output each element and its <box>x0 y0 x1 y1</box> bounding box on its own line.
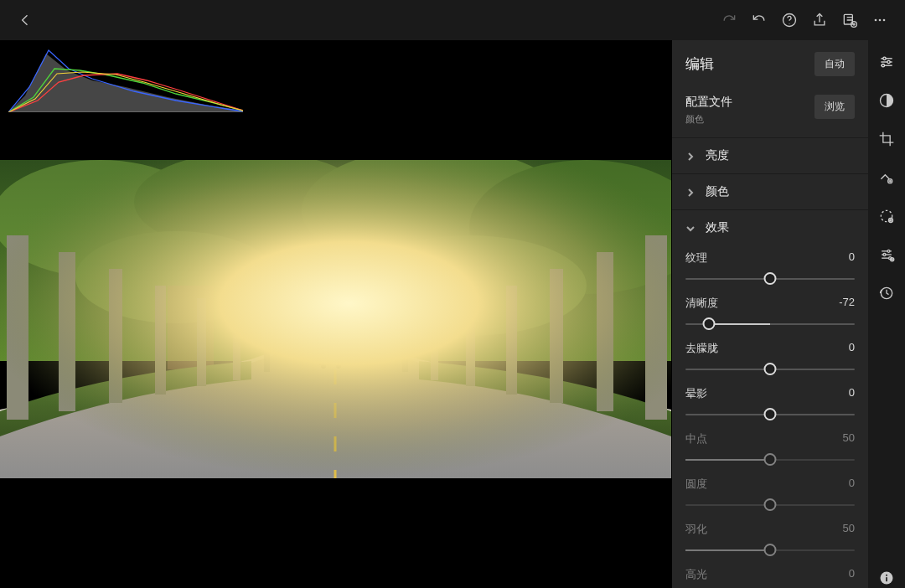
slider-clarity-track[interactable] <box>685 316 855 333</box>
add-to-icon <box>841 12 858 28</box>
slider-dehaze-label: 去朦胧 <box>685 341 718 356</box>
add-button[interactable] <box>835 5 865 35</box>
slider-clarity-label: 清晰度 <box>685 296 718 311</box>
panel-title: 编辑 <box>685 54 714 74</box>
back-button[interactable] <box>10 5 40 35</box>
slider-clarity-value: -72 <box>839 296 855 311</box>
undo-button[interactable] <box>744 5 774 35</box>
section-color-label: 颜色 <box>706 184 729 199</box>
redo-button[interactable] <box>714 5 744 35</box>
slider-midpoint-value: 50 <box>843 431 855 446</box>
healing-icon <box>878 169 895 186</box>
share-button[interactable] <box>804 5 835 35</box>
histogram <box>8 45 243 112</box>
slider-highlights: 高光0 <box>685 562 855 588</box>
chevron-right-icon <box>685 151 696 161</box>
chevron-left-icon <box>17 12 34 28</box>
section-effects-label: 效果 <box>706 220 729 235</box>
undo-icon <box>751 12 768 28</box>
slider-vignette: 晕影0 <box>685 381 855 426</box>
rail-adjust[interactable] <box>877 52 897 72</box>
slider-vignette-label: 晕影 <box>685 386 707 401</box>
slider-midpoint: 中点50 <box>685 426 855 472</box>
svg-point-49 <box>887 250 890 252</box>
effects-sliders: 纹理0 清晰度-72 去朦胧0 晕影0 中点50 圆度0 <box>672 245 868 588</box>
slider-vignette-track[interactable] <box>685 406 855 423</box>
slider-midpoint-label: 中点 <box>685 431 707 446</box>
rail-tonecurve[interactable] <box>877 90 897 111</box>
section-effects-header[interactable]: 效果 <box>672 210 868 245</box>
rail-versions[interactable] <box>877 283 897 303</box>
slider-dehaze-track[interactable] <box>685 361 855 378</box>
slider-roundness-track[interactable] <box>685 497 855 513</box>
rail-crop[interactable] <box>877 129 897 149</box>
presets-icon <box>878 246 895 263</box>
rail-masking[interactable] <box>877 206 897 226</box>
slider-highlights-value: 0 <box>849 567 855 582</box>
tonecurve-icon <box>878 92 895 109</box>
profile-label: 配置文件 <box>685 95 732 110</box>
rail-healing[interactable] <box>877 168 897 188</box>
slider-clarity: 清晰度-72 <box>685 291 855 336</box>
auto-button[interactable]: 自动 <box>814 52 855 76</box>
photo-preview[interactable] <box>0 160 671 478</box>
svg-rect-56 <box>886 577 887 581</box>
edit-panel: 编辑 自动 配置文件 颜色 浏览 亮度 颜色 效果 纹理0 <box>671 40 868 588</box>
slider-feather: 羽化50 <box>685 517 855 562</box>
section-effects: 效果 纹理0 清晰度-72 去朦胧0 晕影0 中点50 <box>672 209 868 588</box>
svg-point-1 <box>789 23 790 24</box>
slider-texture-value: 0 <box>849 250 855 266</box>
section-light: 亮度 <box>672 137 868 173</box>
masking-icon <box>878 208 895 224</box>
redo-icon <box>721 12 737 28</box>
slider-roundness-value: 0 <box>849 477 855 492</box>
versions-icon <box>878 285 895 302</box>
svg-point-41 <box>882 64 884 67</box>
slider-roundness-label: 圆度 <box>685 477 707 492</box>
crop-icon <box>878 131 895 147</box>
chevron-right-icon <box>685 187 696 197</box>
share-icon <box>811 12 828 28</box>
adjust-icon <box>878 54 895 70</box>
svg-point-39 <box>883 57 886 59</box>
svg-point-55 <box>886 575 887 576</box>
info-icon <box>878 570 895 586</box>
svg-point-6 <box>883 19 886 22</box>
slider-texture: 纹理0 <box>685 245 855 291</box>
profile-row: 配置文件 颜色 浏览 <box>672 88 868 137</box>
svg-rect-35 <box>0 160 671 478</box>
slider-feather-track[interactable] <box>685 542 855 559</box>
section-color: 颜色 <box>672 173 868 209</box>
browse-button[interactable]: 浏览 <box>814 95 855 119</box>
help-button[interactable] <box>774 5 804 35</box>
slider-roundness: 圆度0 <box>685 472 855 517</box>
section-color-header[interactable]: 颜色 <box>672 174 868 209</box>
svg-point-40 <box>887 60 890 63</box>
slider-dehaze: 去朦胧0 <box>685 336 855 381</box>
slider-texture-label: 纹理 <box>685 250 707 266</box>
slider-dehaze-value: 0 <box>849 341 855 356</box>
more-button[interactable] <box>865 5 895 35</box>
profile-sub: 颜色 <box>685 113 732 126</box>
tool-rail <box>868 40 905 588</box>
slider-feather-label: 羽化 <box>685 522 707 537</box>
slider-texture-track[interactable] <box>685 271 855 287</box>
section-light-label: 亮度 <box>706 148 729 163</box>
more-icon <box>871 12 888 28</box>
svg-point-50 <box>883 254 886 256</box>
svg-point-4 <box>875 19 877 22</box>
panel-header: 编辑 自动 <box>672 40 868 88</box>
chevron-down-icon <box>685 223 696 233</box>
top-bar <box>0 0 905 40</box>
section-light-header[interactable]: 亮度 <box>672 138 868 173</box>
rail-presets[interactable] <box>877 245 897 265</box>
slider-highlights-label: 高光 <box>685 567 707 582</box>
canvas-area <box>0 40 671 588</box>
svg-point-5 <box>879 19 882 22</box>
help-icon <box>781 12 798 28</box>
slider-midpoint-track[interactable] <box>685 451 855 468</box>
slider-feather-value: 50 <box>843 522 855 537</box>
rail-info[interactable] <box>877 568 897 588</box>
slider-vignette-value: 0 <box>849 386 855 401</box>
